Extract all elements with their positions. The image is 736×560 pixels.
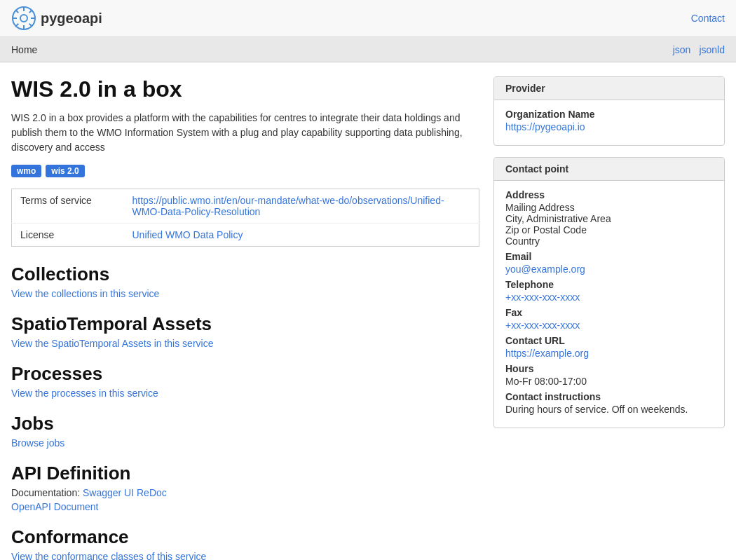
- contact-card-header: Contact point: [494, 158, 724, 181]
- page-title: WIS 2.0 in a box: [11, 76, 479, 102]
- page-description: WIS 2.0 in a box provides a platform wit…: [11, 111, 479, 155]
- contact-instructions-row: Contact instructions During hours of ser…: [505, 391, 713, 415]
- conformance-section: Conformance View the conformance classes…: [11, 526, 479, 560]
- org-name-row: Organization Name https://pygeoapi.io: [505, 109, 713, 132]
- tag-wmo: wmo: [11, 165, 41, 177]
- header: pygeoapi Contact: [0, 0, 736, 37]
- email-row: Email you@example.org: [505, 251, 713, 275]
- api-doc-line: Documentation: Swagger UI ReDoc: [11, 487, 479, 498]
- spatiotemporal-section: SpatioTemporal Assets View the SpatioTem…: [11, 313, 479, 349]
- mailing-address: Mailing Address: [505, 202, 713, 213]
- spatiotemporal-title: SpatioTemporal Assets: [11, 313, 479, 335]
- processes-title: Processes: [11, 363, 479, 385]
- license-row: License Unified WMO Data Policy: [12, 224, 479, 247]
- collections-link[interactable]: View the collections in this service: [11, 288, 159, 299]
- conformance-title: Conformance: [11, 526, 479, 548]
- tags-container: wmo wis 2.0: [11, 165, 479, 177]
- license-label: License: [12, 224, 124, 247]
- api-definition-section: API Definition Documentation: Swagger UI…: [11, 463, 479, 512]
- navbar-jsonld[interactable]: jsonld: [699, 44, 725, 55]
- provider-card: Provider Organization Name https://pygeo…: [493, 76, 725, 146]
- email-link[interactable]: you@example.org: [505, 264, 585, 275]
- terms-table: Terms of service https://public.wmo.int/…: [11, 189, 479, 247]
- navbar-home[interactable]: Home: [11, 44, 37, 55]
- api-definition-title: API Definition: [11, 463, 479, 484]
- svg-line-6: [15, 10, 18, 13]
- navbar: Home json jsonld: [0, 37, 736, 62]
- svg-point-1: [20, 15, 27, 22]
- contact-card: Contact point Address Mailing Address Ci…: [493, 157, 725, 428]
- swagger-link[interactable]: Swagger UI: [83, 487, 134, 498]
- svg-line-7: [29, 24, 32, 27]
- telephone-link[interactable]: +xx-xxx-xxx-xxxx: [505, 292, 580, 303]
- terms-row: Terms of service https://public.wmo.int/…: [12, 189, 479, 224]
- openapi-link[interactable]: OpenAPI Document: [11, 501, 99, 512]
- license-value: Unified WMO Data Policy: [124, 224, 479, 247]
- terms-label: Terms of service: [12, 189, 124, 224]
- provider-card-body: Organization Name https://pygeoapi.io: [494, 100, 724, 145]
- hours-row: Hours Mo-Fr 08:00-17:00: [505, 363, 713, 387]
- org-url-link[interactable]: https://pygeoapi.io: [505, 121, 585, 132]
- right-column: Provider Organization Name https://pygeo…: [493, 76, 725, 560]
- jobs-link[interactable]: Browse jobs: [11, 437, 64, 449]
- spatiotemporal-link[interactable]: View the SpatioTemporal Assets in this s…: [11, 338, 213, 349]
- collections-section: Collections View the collections in this…: [11, 264, 479, 299]
- contact-url-row: Contact URL https://example.org: [505, 335, 713, 359]
- terms-value: https://public.wmo.int/en/our-mandate/wh…: [124, 189, 479, 224]
- svg-line-8: [29, 10, 32, 13]
- redoc-link[interactable]: ReDoc: [137, 487, 167, 498]
- jobs-section: Jobs Browse jobs: [11, 413, 479, 449]
- email-label: Email: [505, 251, 713, 262]
- tag-wis2: wis 2.0: [46, 165, 84, 177]
- hours-label: Hours: [505, 363, 713, 374]
- license-link[interactable]: Unified WMO Data Policy: [132, 229, 243, 240]
- processes-section: Processes View the processes in this ser…: [11, 363, 479, 399]
- terms-link[interactable]: https://public.wmo.int/en/our-mandate/wh…: [132, 195, 444, 217]
- navbar-json[interactable]: json: [673, 44, 691, 55]
- hours-value: Mo-Fr 08:00-17:00: [505, 376, 713, 387]
- logo-text: pygeoapi: [41, 11, 102, 27]
- fax-label: Fax: [505, 307, 713, 318]
- provider-card-header: Provider: [494, 77, 724, 100]
- city-area: City, Administrative Area: [505, 213, 713, 224]
- site-logo[interactable]: pygeoapi: [11, 6, 102, 31]
- svg-line-9: [15, 24, 18, 27]
- collections-title: Collections: [11, 264, 479, 285]
- main-content: WIS 2.0 in a box WIS 2.0 in a box provid…: [0, 62, 736, 560]
- fax-link[interactable]: +xx-xxx-xxx-xxxx: [505, 320, 580, 331]
- telephone-row: Telephone +xx-xxx-xxx-xxxx: [505, 279, 713, 303]
- telephone-label: Telephone: [505, 279, 713, 290]
- contact-link[interactable]: Contact: [691, 13, 725, 24]
- contact-instructions-label: Contact instructions: [505, 391, 713, 402]
- zip: Zip or Postal Code: [505, 224, 713, 235]
- processes-link[interactable]: View the processes in this service: [11, 388, 158, 399]
- contact-instructions-value: During hours of service. Off on weekends…: [505, 404, 713, 415]
- navbar-right-links: json jsonld: [673, 44, 725, 55]
- contact-url-label: Contact URL: [505, 335, 713, 346]
- address-row: Address Mailing Address City, Administra…: [505, 189, 713, 247]
- contact-url-link[interactable]: https://example.org: [505, 348, 589, 359]
- conformance-link[interactable]: View the conformance classes of this ser…: [11, 551, 206, 560]
- left-column: WIS 2.0 in a box WIS 2.0 in a box provid…: [11, 76, 493, 560]
- jobs-title: Jobs: [11, 413, 479, 435]
- fax-row: Fax +xx-xxx-xxx-xxxx: [505, 307, 713, 331]
- country: Country: [505, 235, 713, 247]
- address-label: Address: [505, 189, 713, 200]
- contact-card-body: Address Mailing Address City, Administra…: [494, 181, 724, 428]
- org-name-label: Organization Name: [505, 109, 713, 120]
- logo-icon: [11, 6, 36, 31]
- api-doc-label: Documentation:: [11, 487, 80, 498]
